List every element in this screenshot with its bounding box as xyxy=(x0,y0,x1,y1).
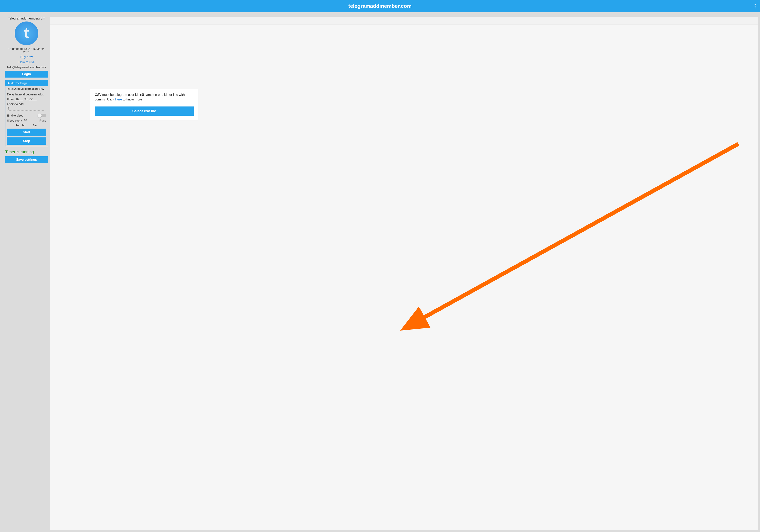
adder-settings-panel: Adder Settings Delay Interval between ad… xyxy=(5,80,48,147)
csv-info-rest: to know more xyxy=(122,98,142,101)
delay-from-input[interactable] xyxy=(15,97,23,101)
runs-label: Runs xyxy=(39,119,46,122)
stop-button[interactable]: Stop xyxy=(7,137,46,145)
brand-name: Telegramaddmember.com xyxy=(5,17,48,20)
brand-logo: t xyxy=(15,22,38,45)
timer-status: Timer is running xyxy=(5,150,48,154)
panel-title: Adder Settings xyxy=(5,80,48,86)
group-url-input[interactable] xyxy=(7,86,46,91)
help-email: help@telegramaddmember.com xyxy=(5,66,48,69)
sleep-every-input[interactable] xyxy=(24,119,31,122)
main-topstrip xyxy=(50,17,758,24)
app-header: telegramaddmember.com xyxy=(0,0,760,12)
select-csv-button[interactable]: Select csv file xyxy=(95,107,194,116)
csv-upload-card: CSV must be telegram user ids (@name) in… xyxy=(90,89,198,120)
from-label: From xyxy=(7,98,14,101)
delay-to-input[interactable] xyxy=(29,97,36,101)
to-label: To xyxy=(24,98,27,101)
csv-here-link[interactable]: Here xyxy=(115,98,122,101)
main-pane: CSV must be telegram user ids (@name) in… xyxy=(50,17,758,530)
svg-line-0 xyxy=(418,144,738,321)
start-button[interactable]: Start xyxy=(7,128,46,136)
save-settings-button[interactable]: Save settings xyxy=(5,156,48,163)
how-to-use-link[interactable]: How to use xyxy=(5,61,48,64)
brand-logo-letter: t xyxy=(24,25,29,40)
login-button[interactable]: Login xyxy=(5,71,48,77)
sleep-for-input[interactable] xyxy=(22,123,30,127)
csv-info-click: Click xyxy=(107,98,115,101)
version-line: Updated to 3.5.2 / 16 March 2021 xyxy=(5,47,48,54)
csv-info-text: CSV must be telegram user ids (@name) in… xyxy=(95,92,194,102)
sec-label: Sec xyxy=(32,124,37,127)
users-to-add-label: Users to add xyxy=(7,103,46,106)
kebab-icon xyxy=(755,4,756,8)
sleep-every-label: Sleep every xyxy=(7,119,22,122)
header-kebab-menu[interactable] xyxy=(755,0,756,12)
delay-label: Delay Interval between adds xyxy=(7,93,46,96)
enable-sleep-label: Enable sleep xyxy=(7,114,23,117)
enable-sleep-toggle[interactable] xyxy=(38,114,46,117)
users-to-add-input[interactable] xyxy=(7,107,46,111)
buy-now-link[interactable]: Buy now xyxy=(5,55,48,59)
app-title: telegramaddmember.com xyxy=(348,3,411,9)
for-label: For xyxy=(16,124,20,127)
sidebar: Telegramaddmember.com t Updated to 3.5.2… xyxy=(5,17,48,530)
